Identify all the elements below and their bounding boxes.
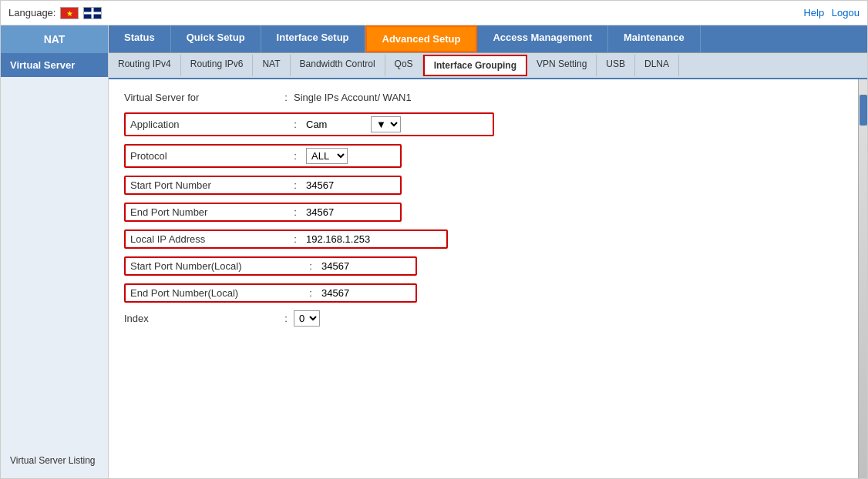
scrollbar-thumb — [860, 95, 867, 126]
colon-3: : — [288, 150, 303, 162]
tab-bandwidth-control[interactable]: Bandwidth Control — [291, 55, 385, 76]
index-select[interactable]: 0 1 2 3 — [294, 310, 320, 327]
start-port-local-label: Start Port Number(Local) — [130, 260, 300, 272]
colon-7: : — [303, 260, 318, 272]
logout-link[interactable]: Logou — [832, 7, 860, 18]
tab-dlna[interactable]: DLNA — [635, 55, 679, 76]
tab-interface-setup[interactable]: Interface Setup — [261, 25, 365, 52]
form-section: Virtual Server for : Single IPs Account/… — [124, 92, 587, 327]
application-dropdown[interactable]: ▼ — [371, 116, 401, 132]
sidebar: NAT Virtual Server Virtual Server Listin… — [1, 25, 109, 479]
colon-9: : — [278, 313, 294, 324]
tab-interface-grouping[interactable]: Interface Grouping — [423, 55, 527, 76]
start-port-row: Start Port Number : — [124, 176, 587, 195]
protocol-select[interactable]: ALL TCP UDP — [306, 148, 348, 164]
local-ip-label: Local IP Address — [130, 233, 284, 245]
application-input[interactable] — [306, 119, 368, 130]
content-area: Status Quick Setup Interface Setup Advan… — [109, 25, 867, 479]
start-port-local-input[interactable] — [321, 260, 399, 272]
end-port-local-input[interactable] — [321, 287, 399, 299]
protocol-label: Protocol — [130, 150, 284, 162]
tab-routing-ipv6[interactable]: Routing IPv6 — [181, 55, 254, 76]
tab-status[interactable]: Status — [109, 25, 171, 52]
index-label: Index — [124, 313, 278, 324]
help-link[interactable]: Help — [803, 7, 824, 18]
application-label: Application — [130, 119, 284, 130]
protocol-input-area: ALL TCP UDP — [306, 148, 348, 164]
virtual-server-for-row: Virtual Server for : Single IPs Account/… — [124, 92, 587, 103]
tab-usb[interactable]: USB — [597, 55, 635, 76]
end-port-local-label: End Port Number(Local) — [130, 287, 300, 299]
colon-6: : — [288, 233, 303, 245]
tab-qos[interactable]: QoS — [385, 55, 423, 76]
end-port-local-row: End Port Number(Local) : — [124, 283, 587, 303]
local-ip-input[interactable] — [306, 233, 399, 245]
end-port-input[interactable] — [306, 206, 383, 218]
index-row: Index : 0 1 2 3 — [124, 310, 587, 327]
end-port-row: End Port Number : — [124, 203, 587, 222]
application-row: Application : ▼ — [124, 112, 587, 136]
main-layout: NAT Virtual Server Virtual Server Listin… — [1, 25, 867, 479]
tab-nat[interactable]: NAT — [253, 55, 290, 76]
start-port-input[interactable] — [306, 179, 383, 191]
application-input-area: ▼ — [306, 116, 401, 132]
flag-vietnam[interactable] — [60, 7, 79, 19]
start-port-label: Start Port Number — [130, 179, 284, 191]
top-bar: Language: Help Logou — [1, 1, 867, 25]
colon-1: : — [278, 92, 294, 103]
secondary-nav: Routing IPv4 Routing IPv6 NAT Bandwidth … — [109, 53, 867, 79]
top-links: Help Logou — [799, 7, 860, 18]
tab-maintenance[interactable]: Maintenance — [608, 25, 701, 52]
colon-2: : — [288, 119, 303, 130]
tab-quick-setup[interactable]: Quick Setup — [171, 25, 261, 52]
tab-routing-ipv4[interactable]: Routing IPv4 — [109, 55, 181, 76]
language-section: Language: — [8, 7, 102, 19]
local-ip-row: Local IP Address : — [124, 229, 587, 249]
page-content: Virtual Server for : Single IPs Account/… — [109, 79, 858, 479]
language-label: Language: — [8, 7, 56, 18]
tab-access-management[interactable]: Access Management — [477, 25, 608, 52]
sidebar-item-virtual-server[interactable]: Virtual Server — [1, 53, 108, 77]
tab-advanced-setup[interactable]: Advanced Setup — [365, 25, 478, 52]
flag-uk[interactable] — [83, 7, 102, 19]
scrollbar-right[interactable] — [858, 79, 867, 479]
tab-vpn-setting[interactable]: VPN Setting — [527, 55, 597, 76]
end-port-label: End Port Number — [130, 206, 284, 218]
sidebar-title: NAT — [1, 25, 108, 53]
colon-5: : — [288, 206, 303, 218]
protocol-row: Protocol : ALL TCP UDP — [124, 144, 587, 168]
sidebar-bottom-virtual-server-listing[interactable]: Virtual Server Listing — [1, 449, 109, 472]
start-port-local-row: Start Port Number(Local) : — [124, 256, 587, 276]
primary-nav: Status Quick Setup Interface Setup Advan… — [109, 25, 867, 53]
virtual-server-for-value: Single IPs Account/ WAN1 — [294, 92, 412, 103]
colon-8: : — [303, 287, 318, 299]
colon-4: : — [288, 179, 303, 191]
virtual-server-for-label: Virtual Server for — [124, 92, 278, 103]
